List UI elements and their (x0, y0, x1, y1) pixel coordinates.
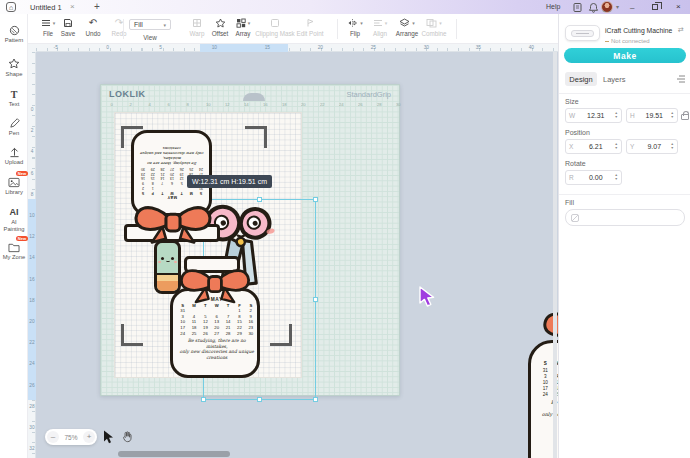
selection-handle[interactable] (313, 397, 318, 402)
sidebar-item-pen[interactable]: Pen (0, 117, 28, 137)
aspect-lock-icon[interactable] (681, 114, 689, 120)
pencil-face-mouth (166, 259, 170, 262)
make-button[interactable]: Make (564, 48, 686, 63)
sidebar-item-shape[interactable]: Shape (0, 58, 28, 78)
tab-design[interactable]: Design (565, 72, 597, 86)
selection-handle[interactable] (201, 397, 206, 402)
view-mode-dropdown[interactable]: Fill ▾ (129, 19, 171, 30)
pencil-face-blush (158, 261, 161, 263)
sidebar-item-my-zone[interactable]: New My Zone (0, 241, 28, 261)
ruler-number: 0 (106, 45, 109, 50)
home-icon[interactable]: ⌂ (6, 2, 16, 12)
left-sidebar: Pattern Shape T Text Pen Upload New Libr… (0, 14, 28, 458)
flip-icon: ▾ (347, 17, 363, 29)
zoom-out-button[interactable]: – (47, 431, 59, 443)
height-field[interactable]: H 19.51 ▲▼ (626, 108, 678, 123)
fill-section-label: Fill (565, 199, 574, 206)
vertical-ruler: 02468101214161820222426283032 (28, 52, 36, 458)
toolbar-divider (123, 19, 124, 39)
selection-handle[interactable] (313, 197, 318, 202)
x-stepper[interactable]: ▲▼ (615, 143, 618, 151)
rotate-field[interactable]: R 0.00 ▲▼ (565, 170, 622, 185)
ruler-number: 26 (358, 103, 363, 107)
notifications-bell-icon[interactable] (588, 2, 599, 13)
fan-bow-graphic[interactable] (129, 200, 217, 246)
tab-close-icon[interactable]: × (70, 2, 75, 11)
align-icon: ▾ (373, 17, 388, 29)
window-close-button[interactable]: × (676, 2, 681, 11)
machine-name: iCraft Cutting Machine (605, 27, 672, 34)
position-x-field[interactable]: X 6.21 ▲▼ (565, 139, 622, 154)
sidebar-item-upload[interactable]: Upload (0, 146, 28, 166)
canvas[interactable]: LOKLIK StandardGrip 02468101214161820222… (36, 52, 558, 458)
width-stepper[interactable]: ▲▼ (615, 112, 618, 120)
corner-mark-bottom-left (121, 324, 143, 346)
height-stepper[interactable]: ▲▼ (671, 112, 674, 120)
zoom-control: – 75% + (45, 429, 97, 445)
help-button[interactable]: Help (546, 3, 560, 10)
mat-grip-label: StandardGrip (346, 90, 391, 99)
undo-icon: ↶ (89, 17, 97, 29)
toolbar: ▾ File Save ↶ Undo ↷ Redo Fill ▾ View Wa… (28, 14, 558, 44)
vertical-scrollbar[interactable] (553, 52, 557, 458)
ruler-number: 35 (476, 45, 481, 50)
y-stepper[interactable]: ▲▼ (671, 143, 674, 151)
sidebar-item-ai-painting[interactable]: AI AI Painting (0, 206, 28, 232)
ruler-corner (28, 44, 36, 52)
ruler-number: 16 (29, 276, 35, 281)
ruler-number: 25 (370, 45, 375, 50)
document-tab[interactable]: Untitled 1 (30, 3, 62, 12)
ruler-number: 8 (187, 103, 189, 107)
ruler-number: 0 (111, 103, 113, 107)
ruler-number: -5 (54, 45, 58, 50)
sidebar-item-text[interactable]: T Text (0, 88, 28, 108)
rotate-stepper[interactable]: ▲▼ (615, 174, 618, 182)
ruler-number: 20 (29, 319, 35, 324)
ruler-number: 6 (168, 103, 170, 107)
selection-handle[interactable] (257, 197, 262, 202)
fill-selector[interactable] (565, 209, 685, 226)
machine-image (571, 30, 594, 37)
position-y-field[interactable]: Y 9.07 ▲▼ (626, 139, 678, 154)
panel-divider (559, 194, 690, 195)
window-restore-button[interactable] (652, 4, 658, 10)
selection-handle[interactable] (313, 297, 318, 302)
account-dropdown-icon[interactable]: ▾ (616, 3, 619, 10)
journal-icon[interactable] (572, 2, 583, 13)
ruler-number: 30 (29, 425, 35, 430)
pattern-icon (9, 24, 20, 36)
ruler-number: 2 (130, 103, 132, 107)
horizontal-scrollbar[interactable] (118, 451, 230, 457)
combine-icon: ▾ (426, 17, 442, 29)
ruler-number: 18 (29, 297, 35, 302)
sidebar-item-pattern[interactable]: Pattern (0, 24, 28, 44)
fan-calendar-content: MAYSMTWTFS311234567891011121314151617181… (138, 146, 206, 200)
machine-status: Not connected (605, 38, 650, 44)
hand-tool-icon[interactable] (121, 430, 134, 444)
window-minimize-button[interactable]: – (630, 3, 634, 12)
ruler-number: 10 (206, 103, 211, 107)
selection-handle[interactable] (257, 397, 262, 402)
collapse-panel-icon[interactable] (676, 74, 686, 84)
select-tool-icon[interactable] (103, 430, 115, 444)
machine-switch-icon[interactable]: ⇄ (678, 26, 684, 34)
toolbar-divider (456, 19, 457, 39)
ruler-number: 12 (29, 234, 35, 239)
ruler-number: 8 (29, 191, 35, 196)
jar-bow-graphic[interactable] (175, 261, 255, 308)
ruler-number: 4 (29, 149, 35, 154)
sidebar-item-library[interactable]: New Library (0, 176, 28, 196)
user-avatar[interactable] (601, 1, 613, 13)
zoom-in-button[interactable]: + (83, 431, 95, 443)
tab-layers[interactable]: Layers (603, 72, 626, 86)
ruler-number: 10 (29, 213, 35, 218)
ruler-number: 16 (263, 103, 268, 107)
ruler-number: 6 (29, 170, 35, 175)
position-section-label: Position (565, 129, 590, 136)
new-tab-button[interactable]: + (94, 1, 100, 12)
machine-thumbnail[interactable] (565, 25, 600, 41)
combine-button: ▾ Combine (416, 17, 452, 37)
width-field[interactable]: W 12.31 ▲▼ (565, 108, 622, 123)
fill-swatch-icon (571, 214, 579, 222)
size-section-label: Size (565, 98, 579, 105)
